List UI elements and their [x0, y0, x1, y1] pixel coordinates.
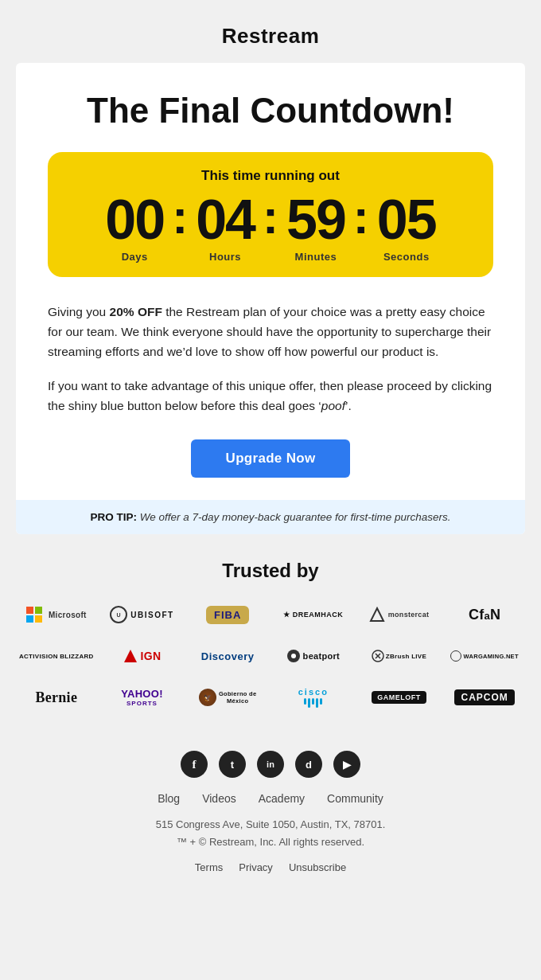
card-title: The Final Countdown! [48, 92, 493, 130]
body-p2-prefix: If you want to take advantage of this un… [48, 379, 492, 412]
page-wrapper: Restream The Final Countdown! This time … [0, 0, 541, 897]
body-prefix: Giving you [48, 305, 110, 318]
countdown-digits: 00 Days : 04 Hours : 59 Minutes : 05 Sec… [72, 192, 469, 263]
pro-tip-text: We offer a 7-day money-back guarantee fo… [137, 511, 450, 523]
brand-logo-grid: Microsoft U UBISOFT FIBA ★ DREAMHACK [16, 599, 525, 713]
svg-marker-0 [371, 608, 383, 621]
body-paragraph-1: Giving you 20% OFF the Restream plan of … [48, 303, 493, 361]
trusted-title: Trusted by [16, 560, 525, 582]
countdown-label: This time running out [72, 168, 469, 184]
brand-monstercat: monstercat [369, 599, 430, 630]
twitter-icon[interactable]: t [219, 751, 246, 778]
footer-academy-link[interactable]: Academy [259, 792, 305, 805]
upgrade-button[interactable]: Upgrade Now [191, 439, 351, 478]
brand-capcom: CAPCOM [454, 682, 514, 713]
linkedin-icon[interactable]: in [257, 751, 284, 778]
youtube-icon[interactable]: ▶ [333, 751, 360, 778]
countdown-minutes-label: Minutes [295, 251, 337, 263]
privacy-link[interactable]: Privacy [239, 861, 273, 873]
countdown-box: This time running out 00 Days : 04 Hours… [48, 152, 493, 277]
brand-wargaming: WARGAMING.NET [450, 641, 518, 671]
brand-gobierno-mexico: 🦅 Gobierno deMéxico [199, 682, 256, 713]
dailymotion-icon[interactable]: d [295, 751, 322, 778]
footer-address: 515 Congress Ave, Suite 1050, Austin, TX… [0, 816, 541, 851]
brand-gameloft: GAMELOFT [372, 682, 426, 713]
body-italic: poof [321, 399, 345, 412]
pro-tip-bar: PRO TIP: We offer a 7-day money-back gua… [16, 500, 525, 534]
countdown-minutes-value: 59 [286, 192, 345, 248]
countdown-seconds-label: Seconds [383, 251, 430, 263]
footer-bottom-links: Terms Privacy Unsubscribe [0, 861, 541, 873]
brand-discovery: Discovery [201, 641, 255, 671]
body-p2-suffix: ’. [345, 399, 352, 412]
brand-bernie: Bernie [35, 682, 77, 713]
brand-fiba: FIBA [206, 599, 249, 630]
social-row: f t in d ▶ [0, 751, 541, 778]
colon-1: : [164, 193, 196, 241]
countdown-days-value: 00 [105, 192, 164, 248]
brand-dreamhack: ★ DREAMHACK [283, 599, 343, 630]
countdown-seconds-value: 05 [377, 192, 436, 248]
countdown-seconds: 05 Seconds [377, 192, 436, 263]
brand-yahoo-sports: YAHOO! SPORTS [121, 682, 163, 713]
brand-microsoft: Microsoft [26, 599, 87, 630]
countdown-minutes: 59 Minutes [286, 192, 345, 263]
brand-ubisoft: U UBISOFT [110, 599, 173, 630]
countdown-hours: 04 Hours [196, 192, 255, 263]
main-card: The Final Countdown! This time running o… [16, 63, 525, 534]
header: Restream [0, 16, 541, 63]
colon-2: : [255, 193, 286, 241]
countdown-days: 00 Days [105, 192, 164, 263]
footer-blog-link[interactable]: Blog [158, 792, 180, 805]
countdown-hours-value: 04 [196, 192, 255, 248]
colon-3: : [345, 193, 377, 241]
trusted-section: Trusted by Microsoft U [0, 534, 541, 727]
body-paragraph-2: If you want to take advantage of this un… [48, 377, 493, 416]
svg-marker-1 [124, 650, 137, 662]
unsubscribe-link[interactable]: Unsubscribe [289, 861, 346, 873]
brand-zbrushlive: ZBrush LIVE [372, 641, 426, 671]
address-line: 515 Congress Ave, Suite 1050, Austin, TX… [0, 816, 541, 834]
pro-tip-label: PRO TIP: [91, 511, 138, 523]
footer-nav-links: Blog Videos Academy Community [0, 792, 541, 805]
brand-ign: IGN [123, 641, 162, 671]
brand-cisco: cisco [298, 682, 329, 713]
brand-activision-blizzard: ACTIVISION BLIZZARD [19, 641, 94, 671]
countdown-days-label: Days [122, 251, 148, 263]
facebook-icon[interactable]: f [181, 751, 208, 778]
copyright-line: ™ + © Restream, Inc. All rights reserved… [0, 834, 541, 851]
body-highlight: 20% OFF [110, 305, 162, 318]
logo: Restream [0, 24, 541, 49]
footer-videos-link[interactable]: Videos [202, 792, 236, 805]
terms-link[interactable]: Terms [195, 861, 223, 873]
footer-community-link[interactable]: Community [327, 792, 383, 805]
brand-beatport: beatport [287, 641, 340, 671]
upgrade-btn-wrapper: Upgrade Now [48, 439, 493, 478]
countdown-hours-label: Hours [209, 251, 241, 263]
brand-cfan: CfaN [469, 599, 500, 630]
